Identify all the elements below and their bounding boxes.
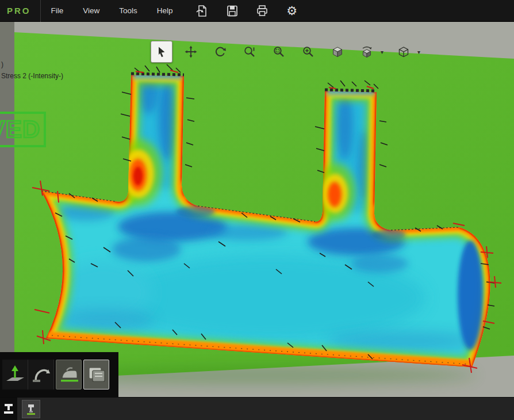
press-icon: [2, 402, 15, 416]
menu-help[interactable]: Help: [156, 4, 174, 17]
menu-separator: [40, 0, 41, 22]
printer-icon: [255, 4, 269, 18]
open-file-icon: [195, 4, 209, 18]
top-menu-bar: PRO File View Tools Help: [0, 0, 514, 22]
app-logo: PRO: [7, 6, 31, 16]
menu-view[interactable]: View: [82, 4, 101, 17]
select-tool-button[interactable]: [151, 41, 172, 63]
menu-file[interactable]: File: [50, 4, 65, 17]
press-tool-button[interactable]: [0, 398, 17, 420]
result-legend-line2: Stress 2 (-Intensity-): [1, 70, 63, 82]
pan-tool-button[interactable]: [180, 41, 202, 63]
save-floppy-icon: [225, 4, 239, 18]
rotate-tool-button[interactable]: [209, 41, 231, 63]
magnifier-plus-icon: [302, 45, 314, 58]
bottom-bar: [0, 397, 514, 420]
view-toolbar: ▾ ▾: [151, 41, 429, 63]
app-window: { "app": { "logo": "PRO", "menus": [ {"l…: [0, 0, 514, 420]
open-file-button[interactable]: [195, 3, 210, 18]
magnifier-window-icon: [273, 45, 285, 58]
surface-tool-button[interactable]: [56, 360, 82, 390]
magnifier-fit-icon: [243, 45, 256, 58]
view-orientation-caret[interactable]: ▾: [381, 49, 383, 55]
gear-icon: ⚙: [286, 5, 297, 17]
stacked-layers-icon: [85, 363, 108, 386]
shaded-cube-icon: [331, 45, 344, 58]
pull-direction-button[interactable]: [2, 360, 28, 390]
saved-watermark: VED: [0, 112, 46, 147]
print-button[interactable]: [255, 3, 270, 18]
menu-tools[interactable]: Tools: [118, 4, 139, 17]
hook-arrow-icon: [29, 363, 52, 386]
display-style-button[interactable]: [393, 41, 415, 63]
clamp-icon: [24, 402, 38, 416]
view-orientation-button[interactable]: [356, 41, 378, 63]
orbit-rotate-icon: [214, 45, 227, 58]
plane-tool-icon: [57, 363, 80, 386]
result-legend: ) Stress 2 (-Intensity-): [1, 59, 63, 82]
clamp-tool-button[interactable]: [22, 400, 40, 418]
settings-button[interactable]: ⚙: [285, 3, 300, 18]
zoom-window-button[interactable]: [268, 41, 290, 63]
green-up-arrow-icon: [3, 363, 26, 386]
result-stack-button[interactable]: [83, 360, 109, 390]
zoom-fit-button[interactable]: [239, 41, 260, 63]
wireframe-cube-icon: [397, 45, 410, 58]
zoom-button[interactable]: [297, 41, 319, 63]
swing-arrow-button[interactable]: [28, 360, 54, 390]
save-button[interactable]: [225, 3, 240, 18]
model-viewport-canvas[interactable]: [0, 22, 514, 397]
view-cube-icon: [360, 45, 373, 58]
menu-bar: File View Tools Help: [50, 4, 174, 17]
viewport[interactable]: ) Stress 2 (-Intensity-) VED: [0, 22, 514, 397]
pan-arrows-icon: [185, 45, 197, 58]
display-style-caret[interactable]: ▾: [417, 49, 420, 55]
shaded-display-button[interactable]: [327, 41, 348, 63]
result-legend-line1: ): [1, 59, 63, 70]
cursor-arrow-icon: [155, 45, 168, 58]
quick-toolbar: ⚙: [195, 3, 300, 18]
bottom-tool-panel: [0, 352, 118, 397]
